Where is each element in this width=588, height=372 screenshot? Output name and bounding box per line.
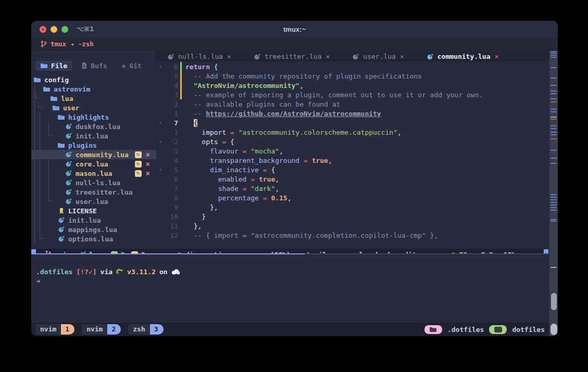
tree-item-null-ls-lua[interactable]: null-ls.lua: [31, 178, 156, 187]
scrollbar-mark: [551, 98, 557, 99]
tree-item-astronvim[interactable]: astronvim: [31, 84, 156, 94]
tree-item-core-lua[interactable]: core.lua✎×: [31, 159, 156, 169]
code-line[interactable]: 3 -- example of imporing a plugin, comme…: [156, 90, 558, 99]
code-line[interactable]: 1 -- https://github.com/AstroNvim/astroc…: [156, 109, 558, 118]
code-line[interactable]: ▾2 opts = {: [156, 137, 558, 146]
git-sign: [178, 99, 183, 109]
neotree-tab-git[interactable]: ◈Git: [117, 61, 147, 71]
tmux-window-2[interactable]: nvim2: [82, 324, 121, 335]
lua-icon: [57, 236, 65, 242]
tree-item-config[interactable]: config: [31, 75, 156, 84]
code-line[interactable]: 2 -- available plugins can be found at: [156, 99, 558, 109]
lua-icon: [65, 179, 72, 186]
code-line[interactable]: 5 -- Add the community repository of plu…: [156, 71, 558, 81]
tree-item-user-lua[interactable]: user.lua: [31, 197, 156, 206]
tree-item-plugins[interactable]: plugins: [31, 140, 156, 150]
lua-icon: [65, 189, 72, 195]
shell-directory: .dotfiles: [36, 268, 72, 276]
tree-item-mason-lua[interactable]: mason.lua✎×: [31, 169, 156, 178]
tmux-status-bar: nvim1nvim2zsh3 .dotfiles >_ dotfiles: [31, 323, 549, 336]
tree-item-LICENSE[interactable]: LICENSE: [31, 206, 156, 215]
tree-item-lua[interactable]: lua: [31, 94, 156, 103]
tree-item-community-lua[interactable]: community.lua✎×: [31, 150, 156, 159]
neotree-tab-bufs[interactable]: Bufs: [77, 61, 112, 71]
diamond-icon: ◈: [122, 63, 126, 69]
lua-file-icon: [427, 54, 433, 60]
close-buffer-icon[interactable]: ×: [495, 53, 499, 60]
tree-item-duskfox-lua[interactable]: duskfox.lua: [31, 122, 156, 131]
scrollbar-mark: [551, 150, 557, 151]
document-icon: [82, 62, 87, 69]
fold-icon[interactable]: ▾: [156, 167, 165, 172]
code-line[interactable]: 10 }: [156, 212, 558, 221]
scrollbar-mark: [551, 197, 557, 198]
scrollbar-mark: [551, 78, 557, 79]
tree-item-mappings-lua[interactable]: mappings.lua: [31, 225, 156, 234]
folder-icon: [41, 63, 47, 69]
line-number: 10: [165, 213, 178, 221]
scrollbar-mark: [551, 210, 557, 211]
code-line[interactable]: 11 },: [156, 221, 558, 230]
fold-icon[interactable]: ▾: [156, 139, 165, 144]
close-buffer-icon[interactable]: ×: [227, 53, 231, 60]
buffer-tab-null-ls-lua[interactable]: null-ls.lua×: [156, 51, 243, 62]
git-sign: [178, 174, 183, 184]
code-line[interactable]: 6 enabled = true,: [156, 174, 558, 184]
line-number: 11: [165, 222, 178, 230]
terminal-tab-bar[interactable]: tmux ◂ -zsh: [31, 37, 558, 50]
tree-item-init-lua[interactable]: init.lua: [31, 215, 156, 225]
tmux-window-3[interactable]: zsh3: [128, 324, 163, 335]
buffer-tab-user-lua[interactable]: user.lua×: [341, 51, 415, 62]
neotree-tab-file[interactable]: File: [35, 61, 72, 71]
close-buffer-icon[interactable]: ×: [400, 53, 404, 60]
code-line[interactable]: 4 transparent_background = true,: [156, 156, 558, 165]
code-line[interactable]: ▾7 {: [156, 118, 558, 127]
scrollbar-mark: [551, 67, 557, 68]
scrollbar-thumb[interactable]: [551, 293, 557, 310]
code-area[interactable]: ▾6return {5 -- Add the community reposit…: [156, 62, 558, 249]
scrollbar-mark: [551, 55, 557, 56]
shell-input-line[interactable]: ➔: [36, 276, 549, 286]
code-line[interactable]: 7 shade = "dark",: [156, 184, 558, 193]
fold-icon[interactable]: ▾: [156, 64, 165, 69]
file-tree: configastronvimluauserhighlightsduskfox.…: [31, 75, 156, 243]
python-version: v3.11.2: [127, 268, 156, 276]
tmux-window-1[interactable]: nvim1: [35, 324, 74, 335]
fold-icon[interactable]: ▾: [156, 120, 165, 125]
editor-pane: null-ls.lua×treesitter.lua×user.lua×comm…: [156, 51, 558, 249]
lua-file-icon: [254, 54, 260, 60]
tree-item-highlights[interactable]: highlights: [31, 112, 156, 122]
scrollbar-mark: [551, 207, 557, 208]
code-line[interactable]: 3 flavour = "mocha",: [156, 146, 558, 156]
buffer-tab-community-lua[interactable]: community.lua×: [416, 51, 510, 62]
folder-icon: [50, 96, 58, 101]
tmux-pane-divider[interactable]: [31, 253, 549, 254]
scrollbar-mark: [551, 111, 557, 112]
git-sign: [178, 202, 183, 212]
code-line[interactable]: 1 import = "astrocommunity.colorscheme.c…: [156, 127, 558, 137]
code-line[interactable]: ▾5 dim_inactive = {: [156, 165, 558, 174]
tree-item-user[interactable]: user: [31, 103, 156, 112]
scrollbar-track[interactable]: [549, 51, 558, 336]
shell-pane[interactable]: .dotfiles [!?✓] via v3.11.2 on ➔: [31, 254, 549, 323]
git-sign: [178, 109, 183, 118]
python-icon: [116, 268, 123, 275]
tree-item-options-lua[interactable]: options.lua: [31, 234, 156, 243]
close-buffer-icon[interactable]: ×: [326, 53, 330, 60]
code-line[interactable]: 12 -- { import = "astrocommunity.complet…: [156, 230, 558, 240]
scrollbar-mark: [551, 202, 557, 203]
code-line[interactable]: 9 },: [156, 202, 558, 212]
tree-item-treesitter-lua[interactable]: treesitter.lua: [31, 187, 156, 197]
code-line[interactable]: 4 "AstroNvim/astrocommunity",: [156, 81, 558, 90]
git-sign: [178, 81, 183, 90]
git-sign: [178, 230, 183, 240]
tmux-window-index: 3: [150, 324, 164, 335]
scrollbar-mark: [551, 85, 557, 86]
line-number: 6: [165, 63, 178, 71]
terminal-tab-label[interactable]: tmux ◂ -zsh: [51, 40, 94, 48]
scrollbar-mark: [551, 158, 557, 159]
tree-item-init-lua[interactable]: init.lua: [31, 131, 156, 140]
code-line[interactable]: 8 percentage = 0.15,: [156, 193, 558, 202]
code-line[interactable]: ▾6return {: [156, 62, 558, 71]
buffer-tab-treesitter-lua[interactable]: treesitter.lua×: [243, 51, 341, 62]
